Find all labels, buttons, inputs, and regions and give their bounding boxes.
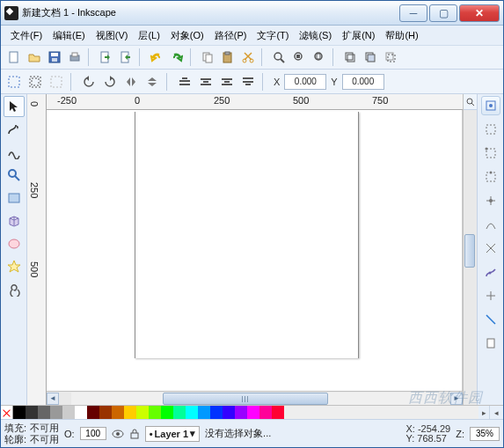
select-all-layers-button[interactable]	[26, 72, 45, 92]
color-swatch[interactable]	[223, 406, 235, 419]
redo-button[interactable]	[167, 48, 186, 67]
layer-visibility-icon[interactable]	[112, 429, 124, 439]
color-swatch[interactable]	[75, 406, 87, 419]
color-swatch[interactable]	[259, 406, 272, 419]
snap-bbox-corner-icon[interactable]	[481, 143, 500, 163]
scroll-right-button[interactable]: ►	[450, 393, 463, 405]
flip-v-button[interactable]	[142, 72, 162, 92]
save-button[interactable]	[45, 48, 64, 67]
copy-button[interactable]	[198, 48, 217, 67]
snap-page-icon[interactable]	[481, 334, 500, 353]
paste-button[interactable]	[218, 48, 237, 67]
snap-toggle-button[interactable]	[481, 96, 500, 115]
color-swatch[interactable]	[247, 406, 259, 419]
selector-tool[interactable]	[4, 96, 25, 117]
select-all-button[interactable]	[4, 72, 24, 92]
import-button[interactable]	[96, 48, 115, 67]
opacity-input[interactable]	[80, 427, 106, 440]
color-swatch[interactable]	[124, 406, 136, 419]
cut-button[interactable]	[238, 48, 258, 67]
ellipse-tool[interactable]	[4, 233, 25, 254]
hscroll-thumb[interactable]: |||	[163, 393, 328, 405]
raise-button[interactable]	[196, 72, 215, 92]
menu-filter[interactable]: 滤镜(S)	[295, 27, 336, 44]
new-button[interactable]	[4, 48, 24, 67]
minimize-button[interactable]: ─	[399, 4, 427, 22]
color-swatch[interactable]	[87, 406, 99, 419]
zoom-drawing-button[interactable]	[289, 48, 309, 67]
snap-bbox-edge-icon[interactable]	[481, 167, 500, 187]
palette-scroll-icon[interactable]: ▸	[478, 406, 489, 419]
3dbox-tool[interactable]	[4, 210, 25, 231]
color-swatch[interactable]	[99, 406, 112, 419]
horizontal-scrollbar[interactable]: ◄ ||| ►	[47, 391, 463, 405]
menu-path[interactable]: 路径(P)	[210, 27, 252, 44]
deselect-button[interactable]	[47, 72, 66, 92]
color-swatch[interactable]	[149, 406, 161, 419]
undo-button[interactable]	[147, 48, 166, 67]
lower-button[interactable]	[217, 72, 237, 92]
color-swatch[interactable]	[62, 406, 75, 419]
color-swatch[interactable]	[272, 406, 284, 419]
raise-top-button[interactable]	[175, 72, 194, 92]
zoom-page-button[interactable]	[310, 48, 329, 67]
canvas[interactable]	[47, 110, 463, 391]
menu-file[interactable]: 文件(F)	[6, 27, 47, 44]
no-fill-swatch[interactable]	[1, 406, 13, 419]
color-swatch[interactable]	[38, 406, 50, 419]
color-swatch[interactable]	[136, 406, 149, 419]
menu-ext[interactable]: 扩展(N)	[338, 27, 379, 44]
flip-h-button[interactable]	[121, 72, 141, 92]
snap-path-icon[interactable]	[481, 215, 500, 234]
titlebar[interactable]: 新建文档 1 - Inkscape ─ ▢ ✕	[1, 1, 503, 26]
layer-lock-icon[interactable]	[129, 429, 140, 439]
vertical-scrollbar[interactable]	[463, 94, 477, 405]
zoom-tool[interactable]	[4, 165, 25, 186]
spiral-tool[interactable]	[4, 279, 25, 300]
color-swatch[interactable]	[50, 406, 62, 419]
rotate-cw-button[interactable]	[100, 72, 120, 92]
zoom-fit-button[interactable]	[269, 48, 289, 67]
color-swatch[interactable]	[198, 406, 210, 419]
snap-bbox-icon[interactable]	[481, 120, 500, 139]
open-button[interactable]	[25, 48, 44, 67]
y-input[interactable]	[342, 74, 384, 90]
color-swatch[interactable]	[186, 406, 198, 419]
vscroll-thumb[interactable]	[464, 234, 475, 268]
snap-node-icon[interactable]	[481, 191, 500, 210]
node-tool[interactable]	[4, 119, 25, 140]
snap-center-icon[interactable]	[481, 262, 500, 282]
color-swatch[interactable]	[210, 406, 223, 419]
close-button[interactable]: ✕	[459, 4, 500, 22]
scroll-left-button[interactable]: ◄	[47, 393, 59, 405]
x-input[interactable]	[284, 74, 326, 90]
layer-selector[interactable]: • Layer 1 ▾	[145, 426, 200, 442]
maximize-button[interactable]: ▢	[429, 4, 457, 22]
menu-layer[interactable]: 层(L)	[134, 27, 164, 44]
star-tool[interactable]	[4, 256, 25, 277]
menu-view[interactable]: 视图(V)	[91, 27, 133, 44]
rotate-ccw-button[interactable]	[79, 72, 99, 92]
zoom-corner-icon[interactable]	[465, 97, 476, 107]
tweak-tool[interactable]	[4, 142, 25, 163]
snap-grid-icon[interactable]	[481, 286, 500, 305]
color-swatch[interactable]	[112, 406, 124, 419]
unlink-clone-button[interactable]	[381, 48, 400, 67]
vertical-ruler[interactable]: 0 250 500	[27, 94, 47, 405]
export-button[interactable]	[116, 48, 135, 67]
palette-menu-icon[interactable]: ◂	[489, 406, 503, 419]
menu-edit[interactable]: 编辑(E)	[48, 27, 90, 44]
color-swatch[interactable]	[173, 406, 186, 419]
horizontal-ruler[interactable]: -250 0 250 500 750	[47, 94, 463, 110]
color-swatch[interactable]	[161, 406, 173, 419]
snap-intersection-icon[interactable]	[481, 239, 500, 258]
rect-tool[interactable]	[4, 187, 25, 209]
lower-bottom-button[interactable]	[238, 72, 258, 92]
snap-guide-icon[interactable]	[481, 310, 500, 329]
zoom-input[interactable]	[470, 427, 500, 441]
print-button[interactable]	[65, 48, 84, 67]
color-swatch[interactable]	[13, 406, 26, 419]
clone-button[interactable]	[361, 48, 380, 67]
menu-help[interactable]: 帮助(H)	[381, 27, 422, 44]
menu-text[interactable]: 文字(T)	[252, 27, 293, 44]
